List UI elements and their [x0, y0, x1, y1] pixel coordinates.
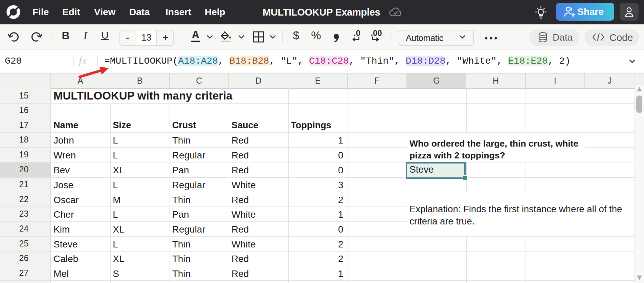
svg-text:.0: .0	[354, 30, 360, 38]
